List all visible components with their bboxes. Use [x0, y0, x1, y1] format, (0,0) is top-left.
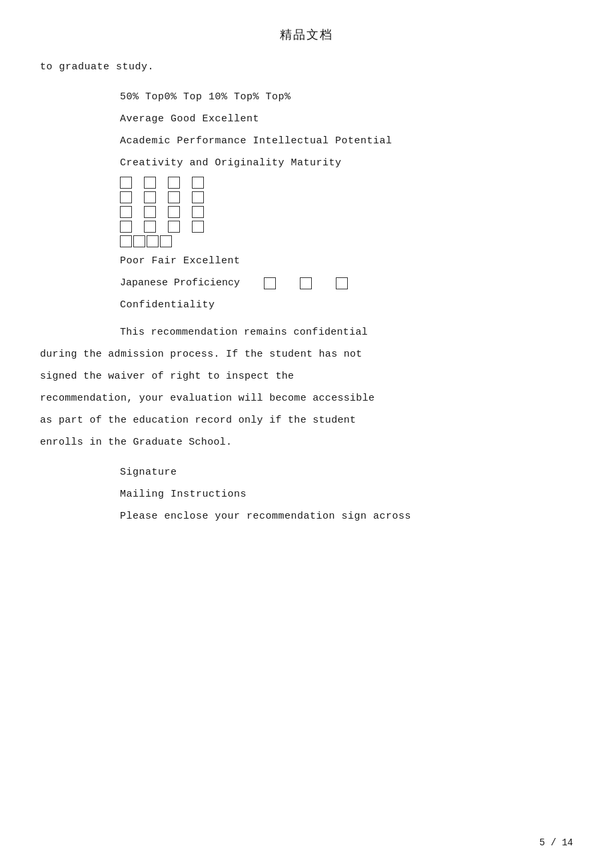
- japanese-proficiency-row: Japanese Proficiency: [120, 272, 573, 294]
- poor-fair-excellent: Poor Fair Excellent: [120, 250, 573, 272]
- checkbox-tight-4[interactable]: [160, 235, 172, 247]
- checkbox-1-2[interactable]: [144, 177, 156, 189]
- checkbox-3-3[interactable]: [168, 206, 180, 218]
- checkbox-tight-2[interactable]: [133, 235, 145, 247]
- page-number: 5 / 14: [540, 837, 573, 848]
- signature-label: Signature: [120, 461, 573, 483]
- para-this-recommendation: This recommendation remains confidential: [120, 321, 573, 343]
- jp-checkbox-1[interactable]: [264, 277, 276, 289]
- page-current: 5: [540, 837, 545, 848]
- jp-checkbox-3[interactable]: [336, 277, 348, 289]
- checkbox-4-1[interactable]: [120, 221, 132, 233]
- document-page: 精品文档 to graduate study. 50% Top0% Top 10…: [0, 0, 613, 868]
- checkbox-row-4: [120, 221, 573, 233]
- checkbox-4-2[interactable]: [144, 221, 156, 233]
- checkbox-4-4[interactable]: [192, 221, 204, 233]
- checkbox-tight-3[interactable]: [147, 235, 159, 247]
- academic-intellectual-row: Academic Performance Intellectual Potent…: [120, 130, 573, 152]
- checkbox-2-1[interactable]: [120, 191, 132, 203]
- jp-checkbox-2[interactable]: [300, 277, 312, 289]
- japanese-proficiency-label: Japanese Proficiency: [120, 272, 240, 294]
- mailing-instructions-label: Mailing Instructions: [120, 483, 573, 505]
- checkbox-1-1[interactable]: [120, 177, 132, 189]
- checkbox-row-3: [120, 206, 573, 218]
- checkbox-2-3[interactable]: [168, 191, 180, 203]
- checkbox-3-2[interactable]: [144, 206, 156, 218]
- checkbox-3-4[interactable]: [192, 206, 204, 218]
- creativity-maturity-row: Creativity and Originality Maturity: [120, 152, 573, 174]
- intro-text: to graduate study.: [40, 61, 573, 73]
- japanese-checkboxes: [264, 277, 348, 289]
- checkbox-4-3[interactable]: [168, 221, 180, 233]
- page-title: 精品文档: [40, 27, 573, 43]
- page-total: / 14: [550, 837, 573, 848]
- para-enrolls: enrolls in the Graduate School.: [40, 431, 573, 453]
- para-recommendation: recommendation, your evaluation will bec…: [40, 387, 573, 409]
- para-signed: signed the waiver of right to inspect th…: [40, 365, 573, 387]
- checkbox-1-4[interactable]: [192, 177, 204, 189]
- checkbox-1-3[interactable]: [168, 177, 180, 189]
- checkbox-row-2: [120, 191, 573, 203]
- mailing-text: Please enclose your recommendation sign …: [120, 505, 573, 527]
- checkbox-2-2[interactable]: [144, 191, 156, 203]
- para-during: during the admission process. If the stu…: [40, 343, 573, 365]
- top-percent-row: 50% Top0% Top 10% Top% Top%: [120, 86, 573, 108]
- confidentiality-label: Confidentiality: [120, 294, 573, 316]
- checkbox-row-1: [120, 177, 573, 189]
- checkbox-row-tight: [120, 235, 573, 247]
- checkbox-3-1[interactable]: [120, 206, 132, 218]
- confidentiality-paragraph: This recommendation remains confidential…: [40, 321, 573, 453]
- para-as-part: as part of the education record only if …: [40, 409, 573, 431]
- checkbox-2-4[interactable]: [192, 191, 204, 203]
- checkbox-tight-1[interactable]: [120, 235, 132, 247]
- average-good-excellent-row: Average Good Excellent: [120, 108, 573, 130]
